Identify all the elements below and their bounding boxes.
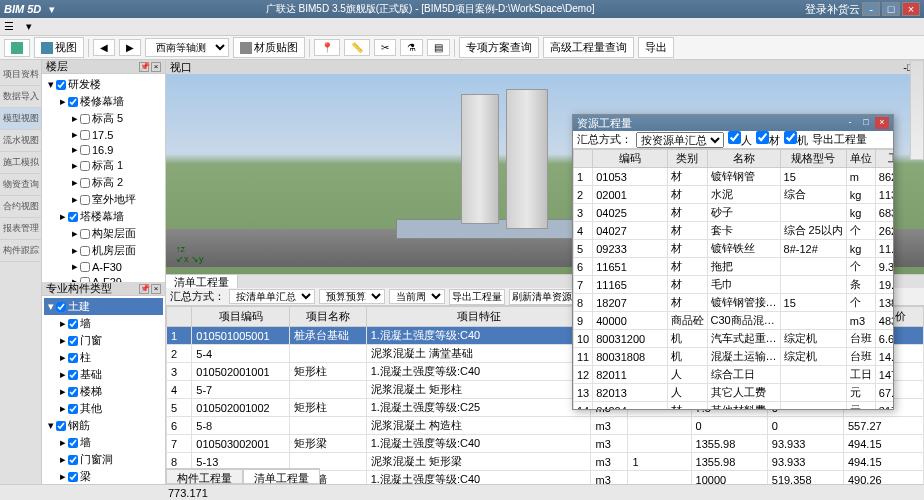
float-max[interactable]: □	[859, 117, 873, 129]
tree-node[interactable]: ▸室外地坪	[44, 191, 163, 208]
tab-quantity[interactable]: 清单工程量	[166, 275, 238, 288]
user-label[interactable]: 登录补货云	[805, 2, 860, 17]
tree-node[interactable]: ▸梁	[44, 468, 163, 485]
floor-tree[interactable]: ▾研发楼▸楼修幕墙▸标高 5▸17.5▸16.9▸标高 1▸标高 2▸室外地坪▸…	[42, 74, 165, 282]
menu-item[interactable]: ▾	[26, 20, 32, 33]
nav-8[interactable]: 构件跟踪	[0, 240, 41, 262]
table-row[interactable]: 818207材镀锌钢管接…15个1383.8410.52719.6	[574, 294, 894, 312]
tree-node[interactable]: ▸门窗洞	[44, 451, 163, 468]
tree-node[interactable]: ▸机房层面	[44, 242, 163, 259]
tree-node[interactable]: ▸塔楼幕墙	[44, 208, 163, 225]
table-row[interactable]: 7010503002001矩形梁1.混凝土强度等级:C40m31355.9893…	[167, 435, 924, 453]
tree-node[interactable]: ▸构架层面	[44, 225, 163, 242]
table-row[interactable]: 1080031200机汽车式起重…综定机台班6.604480.043170.18	[574, 330, 894, 348]
tool-section[interactable]: ✂	[374, 39, 396, 56]
col-header[interactable]: 项目特征	[366, 307, 591, 327]
col-header[interactable]: 项目编码	[192, 307, 290, 327]
tree-node[interactable]: ▸17.5	[44, 127, 163, 142]
nav-1[interactable]: 数据导入	[0, 86, 41, 108]
table-row[interactable]: 101053材镀锌钢管15m862.2593.993440.41	[574, 168, 894, 186]
col-header[interactable]	[167, 307, 192, 327]
adv-query-button[interactable]: 高级工程量查询	[543, 37, 634, 58]
col-header[interactable]: 工程量	[875, 150, 893, 168]
table-row[interactable]: 611651材拖把个9.3119.2886.41	[574, 258, 894, 276]
table-row[interactable]: 1282011人综合工日工日147.09132.534784.88	[574, 366, 894, 384]
material-button[interactable]: 材质贴图	[233, 37, 305, 58]
maximize-button[interactable]: □	[882, 2, 900, 16]
col-header[interactable]: 项目名称	[290, 307, 366, 327]
nav-5[interactable]: 物资查询	[0, 174, 41, 196]
minimize-button[interactable]: -	[862, 2, 880, 16]
plan-query-button[interactable]: 专项方案查询	[459, 37, 539, 58]
col-header[interactable]: 规格型号	[780, 150, 846, 168]
view-button[interactable]: 视图	[34, 37, 84, 58]
nav-7[interactable]: 报表管理	[0, 218, 41, 240]
tab-component-qty[interactable]: 构件工程量	[166, 469, 243, 484]
tree-node[interactable]: ▸门窗	[44, 332, 163, 349]
chk-ji[interactable]: 机	[784, 131, 808, 148]
float-min[interactable]: -	[843, 117, 857, 129]
table-row[interactable]: 1484004材其他材料费元31746.666131746.65	[574, 402, 894, 410]
type-tree[interactable]: ▾土建▸墙▸门窗▸柱▸基础▸楼梯▸其他▾钢筋▸墙▸门窗洞▸梁▸柱▸基础▸其他▾给…	[42, 296, 165, 500]
export-qty-button[interactable]: 导出工程量	[449, 289, 505, 305]
table-row[interactable]: 711165材毛巾条19.4434.6790.8	[574, 276, 894, 294]
tree-node[interactable]: ▸墙	[44, 315, 163, 332]
chk-cai[interactable]: 材	[756, 131, 780, 148]
nav-fwd[interactable]: ▶	[119, 39, 141, 56]
tree-node[interactable]: ▸16.9	[44, 142, 163, 157]
pin-icon[interactable]: 📌	[139, 284, 149, 294]
tree-node[interactable]: ▸柱	[44, 349, 163, 366]
tree-node[interactable]: ▾研发楼	[44, 76, 163, 93]
close-button[interactable]: ×	[902, 2, 920, 16]
nav-back[interactable]: ◀	[93, 39, 115, 56]
axis-gizmo[interactable]: ↑z↙x ↘y	[176, 244, 204, 264]
export-button[interactable]: 导出	[638, 37, 674, 58]
tool-layers[interactable]: ▤	[427, 39, 450, 56]
nav-4[interactable]: 施工模拟	[0, 152, 41, 174]
nav-2[interactable]: 模型视图	[0, 108, 41, 130]
tree-node[interactable]: ▸标高 2	[44, 174, 163, 191]
tool-filter[interactable]: ⚗	[400, 39, 423, 56]
col-header[interactable]: 名称	[707, 150, 780, 168]
right-dock[interactable]	[910, 60, 924, 160]
tree-node[interactable]: ▸A-F30	[44, 259, 163, 274]
panel-close[interactable]: ×	[151, 284, 161, 294]
time-select[interactable]: 当前周	[389, 289, 445, 304]
resource-window[interactable]: 资源工程量 - □ × 汇总方式： 按资源单汇总 人 材 机 导出工程量 编码类…	[572, 114, 894, 410]
resource-grid[interactable]: 编码类别名称规格型号单位工程量单价合价(元)101053材镀锌钢管15m862.…	[573, 149, 893, 409]
float-title-bar[interactable]: 资源工程量 - □ ×	[573, 115, 893, 131]
mode-select[interactable]: 按清单单汇总	[229, 289, 315, 304]
tool-pin[interactable]: 📍	[314, 39, 340, 56]
axis-select[interactable]: 西南等轴测	[145, 38, 229, 57]
table-row[interactable]: 304025材砂子kg683.0440.0427.32	[574, 204, 894, 222]
table-row[interactable]: 65-8泥浆混凝土 构造柱m300557.27	[167, 417, 924, 435]
table-row[interactable]: 940000商品砼C30商品混…m34831.7134101981002.3	[574, 312, 894, 330]
table-row[interactable]: 202001材水泥综合kg113.2770.3741.91	[574, 186, 894, 204]
tree-node[interactable]: ▾土建	[44, 298, 163, 315]
tool-measure[interactable]: 📏	[344, 39, 370, 56]
table-row[interactable]: 1382013人其它人工费元67.628167.63	[574, 384, 894, 402]
tree-node[interactable]: ▸基础	[44, 366, 163, 383]
calc-select[interactable]: 预算预算	[319, 289, 385, 304]
chk-ren[interactable]: 人	[728, 131, 752, 148]
table-row[interactable]: 1180031808机混凝土运输…综定机台班14.5644806990.72	[574, 348, 894, 366]
pin-icon[interactable]: 📌	[139, 62, 149, 72]
float-mode-select[interactable]: 按资源单汇总	[636, 132, 724, 148]
table-row[interactable]: 509233材镀锌铁丝8#-12#kg11.8353.8545.56	[574, 240, 894, 258]
float-close[interactable]: ×	[875, 117, 889, 129]
home-button[interactable]	[4, 39, 30, 57]
building-model[interactable]	[506, 89, 548, 229]
nav-6[interactable]: 合约视图	[0, 196, 41, 218]
tree-node[interactable]: ▸楼梯	[44, 383, 163, 400]
float-export-button[interactable]: 导出工程量	[812, 132, 867, 147]
tree-node[interactable]: ▸标高 5	[44, 110, 163, 127]
tab-list-qty[interactable]: 清单工程量	[243, 469, 320, 484]
col-header[interactable]: 类别	[667, 150, 707, 168]
col-header[interactable]: 单位	[846, 150, 875, 168]
tree-node[interactable]: ▸墙	[44, 434, 163, 451]
menu-item[interactable]: ☰	[4, 20, 14, 33]
building-model[interactable]	[461, 94, 499, 224]
nav-3[interactable]: 流水视图	[0, 130, 41, 152]
col-header[interactable]: 编码	[593, 150, 667, 168]
table-row[interactable]: 404027材套卡综合 25以内个262.0590.45117.93	[574, 222, 894, 240]
